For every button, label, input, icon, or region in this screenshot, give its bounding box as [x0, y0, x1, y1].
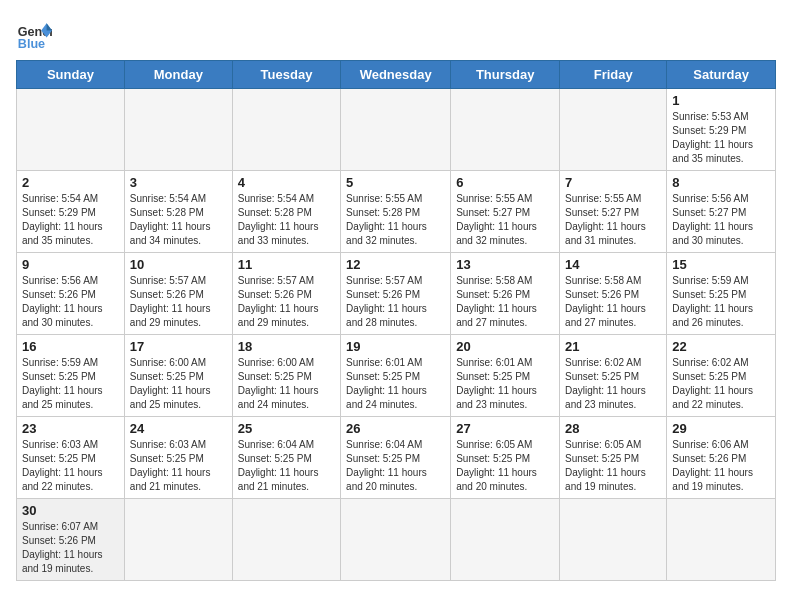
calendar-cell: 19Sunrise: 6:01 AM Sunset: 5:25 PM Dayli… [341, 335, 451, 417]
day-number: 12 [346, 257, 445, 272]
svg-text:Blue: Blue [18, 37, 45, 51]
calendar-cell [124, 499, 232, 581]
calendar-cell: 7Sunrise: 5:55 AM Sunset: 5:27 PM Daylig… [560, 171, 667, 253]
calendar-cell [451, 89, 560, 171]
logo: General Blue [16, 16, 52, 52]
day-info: Sunrise: 5:58 AM Sunset: 5:26 PM Dayligh… [456, 274, 554, 330]
calendar-cell: 22Sunrise: 6:02 AM Sunset: 5:25 PM Dayli… [667, 335, 776, 417]
day-info: Sunrise: 6:05 AM Sunset: 5:25 PM Dayligh… [565, 438, 661, 494]
day-number: 6 [456, 175, 554, 190]
calendar-cell: 27Sunrise: 6:05 AM Sunset: 5:25 PM Dayli… [451, 417, 560, 499]
day-number: 18 [238, 339, 335, 354]
day-info: Sunrise: 6:07 AM Sunset: 5:26 PM Dayligh… [22, 520, 119, 576]
day-info: Sunrise: 5:57 AM Sunset: 5:26 PM Dayligh… [130, 274, 227, 330]
day-number: 28 [565, 421, 661, 436]
calendar-cell: 17Sunrise: 6:00 AM Sunset: 5:25 PM Dayli… [124, 335, 232, 417]
day-info: Sunrise: 5:53 AM Sunset: 5:29 PM Dayligh… [672, 110, 770, 166]
day-number: 24 [130, 421, 227, 436]
day-number: 4 [238, 175, 335, 190]
day-info: Sunrise: 5:54 AM Sunset: 5:28 PM Dayligh… [130, 192, 227, 248]
calendar-cell: 1Sunrise: 5:53 AM Sunset: 5:29 PM Daylig… [667, 89, 776, 171]
week-row-3: 9Sunrise: 5:56 AM Sunset: 5:26 PM Daylig… [17, 253, 776, 335]
day-number: 15 [672, 257, 770, 272]
calendar-cell: 11Sunrise: 5:57 AM Sunset: 5:26 PM Dayli… [232, 253, 340, 335]
day-info: Sunrise: 5:55 AM Sunset: 5:27 PM Dayligh… [565, 192, 661, 248]
day-info: Sunrise: 6:04 AM Sunset: 5:25 PM Dayligh… [238, 438, 335, 494]
day-number: 7 [565, 175, 661, 190]
calendar-cell [560, 499, 667, 581]
calendar-cell: 3Sunrise: 5:54 AM Sunset: 5:28 PM Daylig… [124, 171, 232, 253]
day-number: 5 [346, 175, 445, 190]
calendar-cell [341, 89, 451, 171]
day-info: Sunrise: 6:05 AM Sunset: 5:25 PM Dayligh… [456, 438, 554, 494]
day-info: Sunrise: 5:59 AM Sunset: 5:25 PM Dayligh… [672, 274, 770, 330]
day-header-monday: Monday [124, 61, 232, 89]
day-number: 20 [456, 339, 554, 354]
calendar-cell [17, 89, 125, 171]
calendar-cell: 8Sunrise: 5:56 AM Sunset: 5:27 PM Daylig… [667, 171, 776, 253]
day-number: 1 [672, 93, 770, 108]
day-info: Sunrise: 6:03 AM Sunset: 5:25 PM Dayligh… [22, 438, 119, 494]
day-number: 8 [672, 175, 770, 190]
day-number: 2 [22, 175, 119, 190]
calendar-cell: 12Sunrise: 5:57 AM Sunset: 5:26 PM Dayli… [341, 253, 451, 335]
calendar-cell: 20Sunrise: 6:01 AM Sunset: 5:25 PM Dayli… [451, 335, 560, 417]
calendar-cell [232, 499, 340, 581]
day-info: Sunrise: 5:58 AM Sunset: 5:26 PM Dayligh… [565, 274, 661, 330]
calendar-cell: 28Sunrise: 6:05 AM Sunset: 5:25 PM Dayli… [560, 417, 667, 499]
calendar-table: SundayMondayTuesdayWednesdayThursdayFrid… [16, 60, 776, 581]
calendar-cell [667, 499, 776, 581]
day-info: Sunrise: 6:01 AM Sunset: 5:25 PM Dayligh… [346, 356, 445, 412]
day-number: 22 [672, 339, 770, 354]
calendar-cell: 25Sunrise: 6:04 AM Sunset: 5:25 PM Dayli… [232, 417, 340, 499]
week-row-1: 1Sunrise: 5:53 AM Sunset: 5:29 PM Daylig… [17, 89, 776, 171]
day-info: Sunrise: 6:03 AM Sunset: 5:25 PM Dayligh… [130, 438, 227, 494]
page-header: General Blue [16, 16, 776, 52]
day-number: 25 [238, 421, 335, 436]
day-info: Sunrise: 6:01 AM Sunset: 5:25 PM Dayligh… [456, 356, 554, 412]
calendar-cell: 16Sunrise: 5:59 AM Sunset: 5:25 PM Dayli… [17, 335, 125, 417]
calendar-cell: 26Sunrise: 6:04 AM Sunset: 5:25 PM Dayli… [341, 417, 451, 499]
calendar-cell: 5Sunrise: 5:55 AM Sunset: 5:28 PM Daylig… [341, 171, 451, 253]
calendar-cell: 18Sunrise: 6:00 AM Sunset: 5:25 PM Dayli… [232, 335, 340, 417]
day-number: 16 [22, 339, 119, 354]
day-number: 26 [346, 421, 445, 436]
calendar-cell: 24Sunrise: 6:03 AM Sunset: 5:25 PM Dayli… [124, 417, 232, 499]
calendar-cell: 9Sunrise: 5:56 AM Sunset: 5:26 PM Daylig… [17, 253, 125, 335]
day-info: Sunrise: 6:00 AM Sunset: 5:25 PM Dayligh… [130, 356, 227, 412]
day-info: Sunrise: 5:56 AM Sunset: 5:27 PM Dayligh… [672, 192, 770, 248]
day-info: Sunrise: 6:04 AM Sunset: 5:25 PM Dayligh… [346, 438, 445, 494]
day-header-sunday: Sunday [17, 61, 125, 89]
day-header-wednesday: Wednesday [341, 61, 451, 89]
day-info: Sunrise: 5:56 AM Sunset: 5:26 PM Dayligh… [22, 274, 119, 330]
day-info: Sunrise: 5:57 AM Sunset: 5:26 PM Dayligh… [346, 274, 445, 330]
day-info: Sunrise: 6:02 AM Sunset: 5:25 PM Dayligh… [672, 356, 770, 412]
week-row-6: 30Sunrise: 6:07 AM Sunset: 5:26 PM Dayli… [17, 499, 776, 581]
day-number: 13 [456, 257, 554, 272]
day-number: 9 [22, 257, 119, 272]
day-number: 14 [565, 257, 661, 272]
calendar-cell: 13Sunrise: 5:58 AM Sunset: 5:26 PM Dayli… [451, 253, 560, 335]
day-info: Sunrise: 5:59 AM Sunset: 5:25 PM Dayligh… [22, 356, 119, 412]
calendar-header-row: SundayMondayTuesdayWednesdayThursdayFrid… [17, 61, 776, 89]
calendar-cell: 23Sunrise: 6:03 AM Sunset: 5:25 PM Dayli… [17, 417, 125, 499]
day-info: Sunrise: 6:00 AM Sunset: 5:25 PM Dayligh… [238, 356, 335, 412]
day-number: 29 [672, 421, 770, 436]
calendar-cell: 2Sunrise: 5:54 AM Sunset: 5:29 PM Daylig… [17, 171, 125, 253]
day-header-tuesday: Tuesday [232, 61, 340, 89]
calendar-cell [451, 499, 560, 581]
calendar-cell: 14Sunrise: 5:58 AM Sunset: 5:26 PM Dayli… [560, 253, 667, 335]
calendar-cell [341, 499, 451, 581]
day-info: Sunrise: 5:55 AM Sunset: 5:27 PM Dayligh… [456, 192, 554, 248]
day-number: 30 [22, 503, 119, 518]
day-info: Sunrise: 6:02 AM Sunset: 5:25 PM Dayligh… [565, 356, 661, 412]
day-number: 10 [130, 257, 227, 272]
day-info: Sunrise: 5:55 AM Sunset: 5:28 PM Dayligh… [346, 192, 445, 248]
day-number: 11 [238, 257, 335, 272]
calendar-cell: 10Sunrise: 5:57 AM Sunset: 5:26 PM Dayli… [124, 253, 232, 335]
day-info: Sunrise: 5:54 AM Sunset: 5:29 PM Dayligh… [22, 192, 119, 248]
calendar-cell: 4Sunrise: 5:54 AM Sunset: 5:28 PM Daylig… [232, 171, 340, 253]
logo-icon: General Blue [16, 16, 52, 52]
calendar-cell [560, 89, 667, 171]
day-info: Sunrise: 6:06 AM Sunset: 5:26 PM Dayligh… [672, 438, 770, 494]
